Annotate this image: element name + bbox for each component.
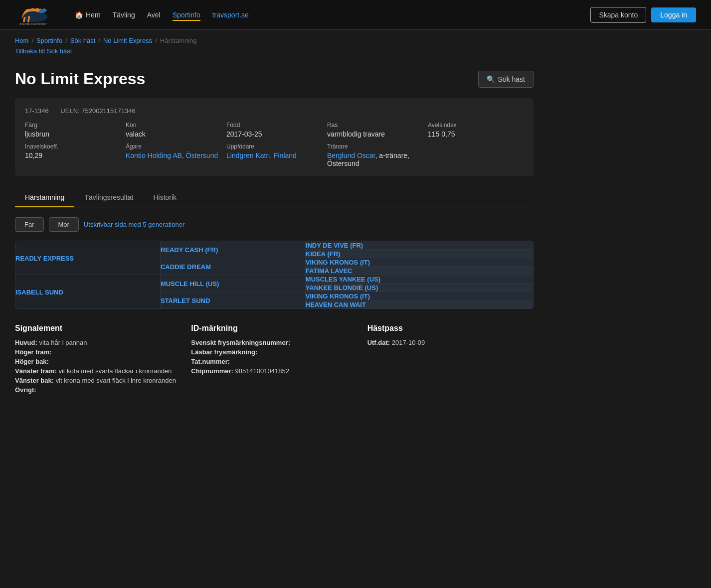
breadcrumb: Hem / Sportinfo / Sök häst / No Limit Ex… (15, 37, 696, 44)
ped-indy-de-vive: INDY DE VIVE (FR) (305, 241, 533, 250)
filter-mor-button[interactable]: Mor (49, 217, 79, 232)
field-inavelskoeff: Inavelskoeff. 10,29 (25, 143, 121, 167)
field-avelsindex: Avelsindex 115 0,75 (428, 122, 524, 138)
horse-id: 17-1346 UELN: 752002115171346 (25, 107, 524, 115)
tab-historik[interactable]: Historik (143, 188, 186, 207)
field-fodd: Född 2017-03-25 (226, 122, 322, 138)
sig-ovrigt: Övrigt: (15, 386, 181, 394)
nav-links: 🏠 Hem Tävling Avel Sportinfo travsport.s… (75, 9, 590, 21)
ped-yankee-blondie: YANKEE BLONDIE (US) (305, 284, 533, 292)
signalement-title: Signalement (15, 324, 181, 333)
nav-travsport[interactable]: travsport.se (212, 9, 249, 21)
ped-muscle-hill: MUSCLE HILL (US) (160, 275, 305, 292)
ped-viking-kronos-2: VIKING KRONOS (IT) (305, 292, 533, 300)
nav-tavling[interactable]: Tävling (113, 9, 135, 21)
tab-tavlingsresultat[interactable]: Tävlingsresultat (74, 188, 143, 207)
logga-in-button[interactable]: Logga in (651, 7, 696, 22)
field-farg: Färg ljusbrun (25, 122, 121, 138)
field-ras: Ras varmblodig travare (327, 122, 423, 138)
breadcrumb-sok-hast[interactable]: Sök häst (70, 37, 96, 44)
ped-link-yankee-blondie[interactable]: YANKEE BLONDIE (US) (306, 284, 378, 292)
ped-starlet-sund: STARLET SUND (160, 292, 305, 309)
ped-isabell-sund: ISABELL SUND (15, 275, 161, 309)
print-link[interactable]: Utskrivbar sida med 5 generationer (84, 221, 184, 228)
sig-huvud: Huvud: vita hår i pannan (15, 339, 181, 346)
pedigree-table: READLY EXPRESS READY CASH (FR) INDY DE V… (15, 241, 533, 309)
bottom-section: Signalement Huvud: vita hår i pannan Hög… (15, 324, 533, 396)
ped-link-heaven-can-wait[interactable]: HEAVEN CAN WAIT (306, 301, 366, 308)
sig-vanster-bak: Vänster bak: vit krona med svart fläck i… (15, 377, 181, 384)
field-empty (428, 143, 524, 167)
nav-avel[interactable]: Avel (147, 9, 161, 21)
ped-link-ready-cash[interactable]: READY CASH (FR) (161, 246, 218, 254)
field-tranare: Tränare Berglund Oscar, a-tränare, Öster… (327, 143, 423, 167)
horse-fields-row2: Inavelskoeff. 10,29 Ägare Kontio Holding… (25, 143, 524, 167)
hastpass-utfdat: Utf.dat: 2017-10-09 (367, 339, 533, 346)
nav-hem[interactable]: 🏠 Hem (75, 9, 101, 21)
page-title: No Limit Express (15, 70, 145, 88)
ped-link-starlet-sund[interactable]: STARLET SUND (161, 297, 210, 304)
skapa-konto-button[interactable]: Skapa konto (590, 7, 646, 23)
tranare-link[interactable]: Berglund Oscar (327, 151, 375, 159)
svg-text:SVENSK TRAVSPORT: SVENSK TRAVSPORT (19, 22, 47, 25)
field-uppfodare: Uppfödare Lindgren Katri, Finland (226, 143, 322, 167)
table-row: READLY EXPRESS READY CASH (FR) INDY DE V… (15, 241, 533, 250)
svg-point-0 (22, 11, 47, 22)
hastpass-section: Hästpass Utf.dat: 2017-10-09 (367, 324, 533, 396)
sig-hoger-bak: Höger bak: (15, 358, 181, 365)
breadcrumb-sportinfo[interactable]: Sportinfo (36, 37, 62, 44)
search-horse-button[interactable]: 🔍 Sök häst (478, 71, 533, 88)
home-icon: 🏠 (75, 11, 83, 19)
id-marking-title: ID-märkning (191, 324, 357, 333)
search-icon: 🔍 (487, 75, 495, 83)
ped-link-indy-de-vive[interactable]: INDY DE VIVE (FR) (306, 242, 363, 249)
tabs: Härstamning Tävlingsresultat Historik (15, 188, 533, 207)
breadcrumb-hem[interactable]: Hem (15, 37, 28, 44)
horse-fields-row1: Färg ljusbrun Kön valack Född 2017-03-25… (25, 122, 524, 138)
page-title-row: No Limit Express 🔍 Sök häst (15, 70, 533, 88)
ped-link-isabell-sund[interactable]: ISABELL SUND (15, 289, 63, 296)
ped-link-fatima-lavec[interactable]: FATIMA LAVEC (306, 267, 353, 275)
breadcrumb-horse[interactable]: No Limit Express (103, 37, 152, 44)
ped-caddie-dream: CADDIE DREAM (160, 258, 305, 275)
tab-harstamning[interactable]: Härstamning (15, 188, 74, 207)
id-tat: Tat.nummer: (191, 358, 357, 365)
breadcrumb-bar: Hem / Sportinfo / Sök häst / No Limit Ex… (0, 30, 711, 60)
table-row: ISABELL SUND MUSCLE HILL (US) MUSCLES YA… (15, 275, 533, 284)
ped-readly-express: READLY EXPRESS (15, 241, 161, 275)
ped-viking-kronos-1: VIKING KRONOS (IT) (305, 258, 533, 267)
ped-fatima-lavec: FATIMA LAVEC (305, 267, 533, 275)
main-content: No Limit Express 🔍 Sök häst 17-1346 UELN… (0, 60, 548, 416)
id-chip: Chipnummer: 985141001041852 (191, 367, 357, 375)
filter-row: Far Mor Utskrivbar sida med 5 generation… (15, 217, 533, 232)
ped-link-viking-kronos-2[interactable]: VIKING KRONOS (IT) (306, 293, 370, 300)
nav-actions: Skapa konto Logga in (590, 7, 696, 23)
horse-info-card: 17-1346 UELN: 752002115171346 Färg ljusb… (15, 98, 533, 176)
field-agare: Ägare Kontio Holding AB, Östersund (126, 143, 221, 167)
id-lasbar: Läsbar frysmärkning: (191, 348, 357, 356)
nav-sportinfo[interactable]: Sportinfo (173, 9, 200, 21)
ped-kidea: KIDEA (FR) (305, 250, 533, 258)
ped-ready-cash: READY CASH (FR) (160, 241, 305, 258)
logo[interactable]: SVENSK TRAVSPORT (15, 3, 55, 26)
signalement-section: Signalement Huvud: vita hår i pannan Hög… (15, 324, 181, 396)
ped-link-viking-kronos-1[interactable]: VIKING KRONOS (IT) (306, 259, 370, 266)
filter-far-button[interactable]: Far (15, 217, 44, 232)
back-link[interactable]: Tillbaka till Sök häst (15, 47, 696, 60)
ped-link-muscle-hill[interactable]: MUSCLE HILL (US) (161, 280, 219, 288)
id-frysmarkningsnummer: Svenskt frysmärkningsnummer: (191, 339, 357, 346)
sig-hoger-fram: Höger fram: (15, 348, 181, 356)
ped-link-kidea[interactable]: KIDEA (FR) (306, 250, 341, 258)
navbar: SVENSK TRAVSPORT 🏠 Hem Tävling Avel Spor… (0, 0, 711, 30)
ped-link-caddie-dream[interactable]: CADDIE DREAM (161, 263, 211, 271)
sig-vanster-fram: Vänster fram: vit kota med svarta fläcka… (15, 367, 181, 375)
ped-heaven-can-wait: HEAVEN CAN WAIT (305, 300, 533, 309)
field-kon: Kön valack (126, 122, 221, 138)
breadcrumb-current: Härstamning (160, 37, 197, 44)
ped-link-muscles-yankee[interactable]: MUSCLES YANKEE (US) (306, 276, 380, 283)
ped-muscles-yankee: MUSCLES YANKEE (US) (305, 275, 533, 284)
hastpass-title: Hästpass (367, 324, 533, 333)
ped-link-readly-express[interactable]: READLY EXPRESS (15, 255, 74, 262)
id-marking-section: ID-märkning Svenskt frysmärkningsnummer:… (191, 324, 357, 396)
